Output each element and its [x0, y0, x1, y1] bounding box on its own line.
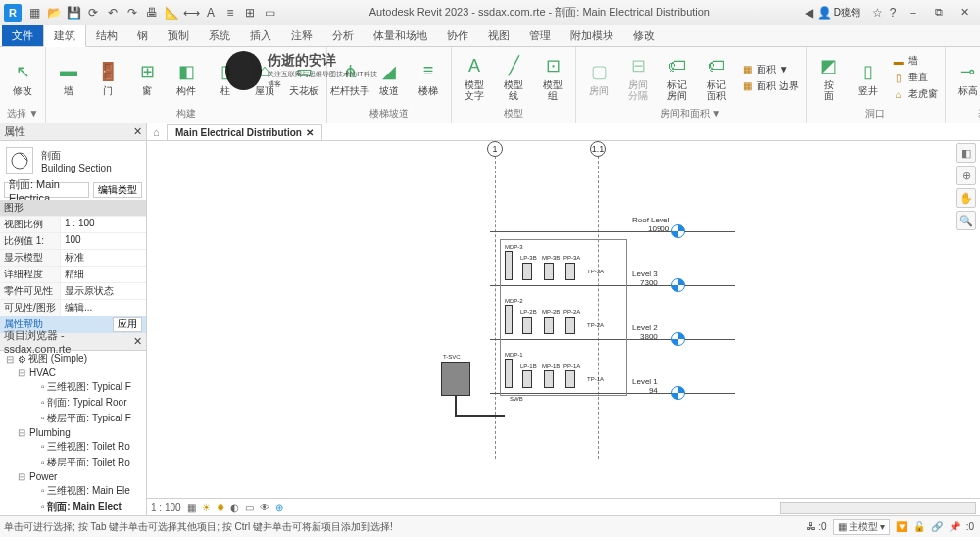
- tab-architecture[interactable]: 建筑: [43, 25, 86, 47]
- browser-item[interactable]: ▫ 剖面: Main Elect: [0, 499, 146, 515]
- browser-item[interactable]: ▫ 三维视图: Toilet Ro: [0, 439, 146, 455]
- tagroom-button[interactable]: 🏷标记 房间: [659, 49, 696, 106]
- browser-item[interactable]: ▫ 楼层平面: Main El: [0, 515, 146, 515]
- tab-file[interactable]: 文件: [2, 25, 43, 46]
- steering-icon[interactable]: ⊕: [956, 166, 976, 185]
- zoom-icon[interactable]: 🔍: [956, 211, 976, 230]
- tab-analyze[interactable]: 分析: [322, 25, 364, 46]
- favorites-icon[interactable]: ☆: [870, 6, 884, 20]
- drawing-canvas[interactable]: 1 1.1 Roof Level10900Level 37300Level 23…: [147, 141, 980, 498]
- byface-button[interactable]: ◩按 面: [810, 49, 848, 106]
- tab-modify[interactable]: 修改: [623, 25, 664, 46]
- modelgroup-button[interactable]: ⊡模型 组: [534, 49, 571, 106]
- tab-system[interactable]: 系统: [199, 25, 240, 46]
- tab-annotate[interactable]: 注释: [281, 25, 322, 46]
- property-row[interactable]: 视图比例1 : 100: [0, 216, 146, 232]
- minimize-button[interactable]: −: [902, 4, 925, 22]
- property-row[interactable]: 零件可见性显示原状态: [0, 282, 146, 299]
- shaft-button[interactable]: ▯竖井: [850, 49, 887, 106]
- ceiling-button[interactable]: ▭天花板: [285, 49, 322, 106]
- close-icon[interactable]: ✕: [133, 125, 142, 138]
- select-pinned-icon[interactable]: 📌: [949, 521, 960, 532]
- workset-combo[interactable]: ▦ 主模型 ▾: [833, 519, 890, 535]
- visual-style-icon[interactable]: ☀: [202, 502, 211, 513]
- filter-icon[interactable]: 🔽: [896, 521, 907, 532]
- text-icon[interactable]: A: [204, 6, 218, 20]
- column-button[interactable]: ▯柱: [207, 49, 244, 106]
- area-button[interactable]: ▦面积 ▼: [737, 62, 802, 77]
- print-icon[interactable]: 🖶: [145, 6, 159, 20]
- search-icon[interactable]: ◀: [803, 6, 816, 20]
- tagarea-button[interactable]: 🏷标记 面积: [698, 49, 735, 106]
- viewcube-icon[interactable]: ◧: [956, 143, 976, 163]
- tab-structure[interactable]: 结构: [86, 25, 127, 46]
- property-row[interactable]: 显示模型标准: [0, 249, 146, 266]
- stair-button[interactable]: ≡楼梯: [410, 49, 447, 106]
- tab-manage[interactable]: 管理: [519, 25, 561, 46]
- restore-button[interactable]: ⧉: [927, 4, 951, 22]
- save-icon[interactable]: ▦: [27, 6, 41, 20]
- redo-icon[interactable]: ↷: [125, 6, 139, 20]
- browser-hvac[interactable]: ⊟HVAC: [0, 367, 146, 379]
- component-button[interactable]: ◧构件: [168, 49, 205, 106]
- areaboundary-button[interactable]: ▦面积 边界: [737, 78, 802, 94]
- tab-steel[interactable]: 钢: [127, 25, 158, 46]
- type-selector[interactable]: 剖面: Main Electrica: [4, 182, 89, 198]
- close-hidden-icon[interactable]: ⊞: [243, 6, 257, 20]
- browser-power[interactable]: ⊟Power: [0, 470, 146, 483]
- wall-opening-button[interactable]: ▬墙: [889, 53, 941, 69]
- dormer-button[interactable]: ⌂老虎窗: [889, 86, 941, 102]
- ramp-button[interactable]: ◢坡道: [370, 49, 408, 106]
- home-icon[interactable]: ⌂: [153, 126, 167, 138]
- window-button[interactable]: ⊞窗: [128, 49, 166, 106]
- undo-icon[interactable]: ↶: [106, 6, 120, 20]
- close-icon[interactable]: ✕: [133, 335, 142, 348]
- switch-icon[interactable]: ▭: [263, 6, 276, 20]
- browser-item[interactable]: ▫ 三维视图: Main Ele: [0, 483, 146, 499]
- modeltext-button[interactable]: A模型 文字: [456, 49, 493, 106]
- close-button[interactable]: ✕: [953, 4, 976, 22]
- detail-icon[interactable]: ▦: [187, 502, 196, 513]
- edit-type-button[interactable]: 编辑类型: [93, 182, 142, 198]
- browser-item[interactable]: ▫ 三维视图: Typical F: [0, 379, 146, 395]
- select-links-icon[interactable]: 🔗: [931, 521, 943, 532]
- browser-root[interactable]: ⊟⚙ 视图 (Simple): [0, 351, 146, 367]
- browser-item[interactable]: ▫ 楼层平面: Toilet Ro: [0, 455, 146, 470]
- crop-icon[interactable]: ▭: [245, 502, 254, 513]
- pan-icon[interactable]: ✋: [956, 188, 976, 208]
- sunpath-icon[interactable]: ✹: [217, 502, 224, 513]
- thin-icon[interactable]: ≡: [223, 6, 237, 20]
- modify-button[interactable]: ↖修改: [4, 49, 41, 106]
- roof-button[interactable]: ⌂屋顶: [246, 49, 283, 106]
- sync-icon[interactable]: ⟳: [86, 6, 100, 20]
- tab-collaborate[interactable]: 协作: [437, 25, 478, 46]
- roomsep-button[interactable]: ⊟房间 分隔: [619, 49, 657, 106]
- level-button[interactable]: ⊸标高: [950, 49, 980, 106]
- railing-button[interactable]: ⋔栏杆扶手: [331, 49, 368, 106]
- tab-precast[interactable]: 预制: [158, 25, 199, 46]
- tab-insert[interactable]: 插入: [240, 25, 281, 46]
- view-tab[interactable]: Main Electrical Distribution✕: [167, 124, 322, 140]
- browser-item[interactable]: ▫ 楼层平面: Typical F: [0, 411, 146, 426]
- open-icon[interactable]: 📂: [47, 6, 61, 20]
- tab-massing[interactable]: 体量和场地: [364, 25, 437, 46]
- help-icon[interactable]: ?: [886, 6, 900, 20]
- signin-icon[interactable]: 👤: [818, 6, 832, 20]
- door-button[interactable]: 🚪门: [89, 49, 126, 106]
- property-row[interactable]: 可见性/图形编辑...: [0, 299, 146, 316]
- shadow-icon[interactable]: ◐: [230, 502, 239, 513]
- scale-display[interactable]: 1 : 100: [151, 502, 181, 513]
- property-row[interactable]: 详细程度精细: [0, 266, 146, 282]
- tab-view[interactable]: 视图: [478, 25, 519, 46]
- editable-icon[interactable]: 🔓: [913, 521, 925, 532]
- measure-icon[interactable]: 📐: [165, 6, 178, 20]
- room-button[interactable]: ▢房间: [580, 49, 617, 106]
- close-icon[interactable]: ✕: [306, 127, 314, 138]
- browser-item[interactable]: ▫ 剖面: Typical Roor: [0, 395, 146, 411]
- vertical-button[interactable]: ▯垂直: [889, 70, 941, 85]
- reveal-icon[interactable]: ⊕: [275, 502, 283, 513]
- tab-addins[interactable]: 附加模块: [561, 25, 623, 46]
- save2-icon[interactable]: 💾: [67, 6, 80, 20]
- browser-plumbing[interactable]: ⊟Plumbing: [0, 426, 146, 439]
- modelline-button[interactable]: ╱模型 线: [495, 49, 532, 106]
